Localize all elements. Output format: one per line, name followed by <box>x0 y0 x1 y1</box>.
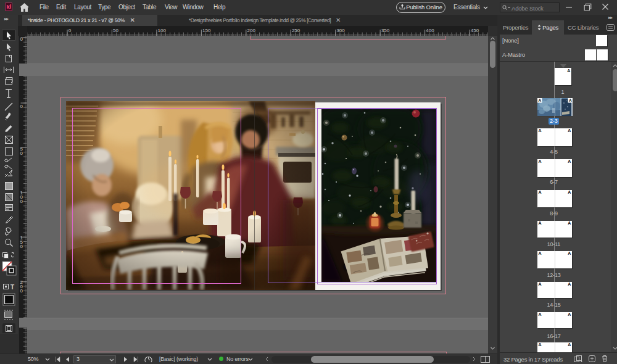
svg-text:1: 1 <box>20 235 23 241</box>
svg-text:1: 1 <box>20 190 23 196</box>
svg-text:400: 400 <box>426 28 434 33</box>
svg-text:0: 0 <box>20 288 23 294</box>
svg-text:0: 0 <box>20 199 23 204</box>
svg-text:0: 0 <box>20 151 23 156</box>
svg-text:350: 350 <box>381 28 390 33</box>
svg-text:200: 200 <box>247 28 256 33</box>
svg-text:0: 0 <box>20 194 23 200</box>
svg-text:2: 2 <box>20 279 23 285</box>
svg-text:50: 50 <box>113 28 118 33</box>
svg-text:0: 0 <box>68 28 72 33</box>
svg-text:250: 250 <box>292 28 300 33</box>
svg-text:100: 100 <box>158 28 167 33</box>
svg-text:A: A <box>568 98 571 102</box>
svg-text:0: 0 <box>20 36 23 42</box>
svg-text:0: 0 <box>20 284 23 289</box>
svg-text:A: A <box>538 98 541 102</box>
svg-text:0: 0 <box>20 104 23 109</box>
svg-text:5: 5 <box>20 239 23 245</box>
svg-text:5: 5 <box>20 146 23 152</box>
svg-text:T: T <box>10 284 14 291</box>
svg-text:450: 450 <box>471 28 479 33</box>
svg-text:300: 300 <box>336 28 345 33</box>
svg-text:0: 0 <box>20 244 23 249</box>
svg-text:150: 150 <box>202 28 211 33</box>
